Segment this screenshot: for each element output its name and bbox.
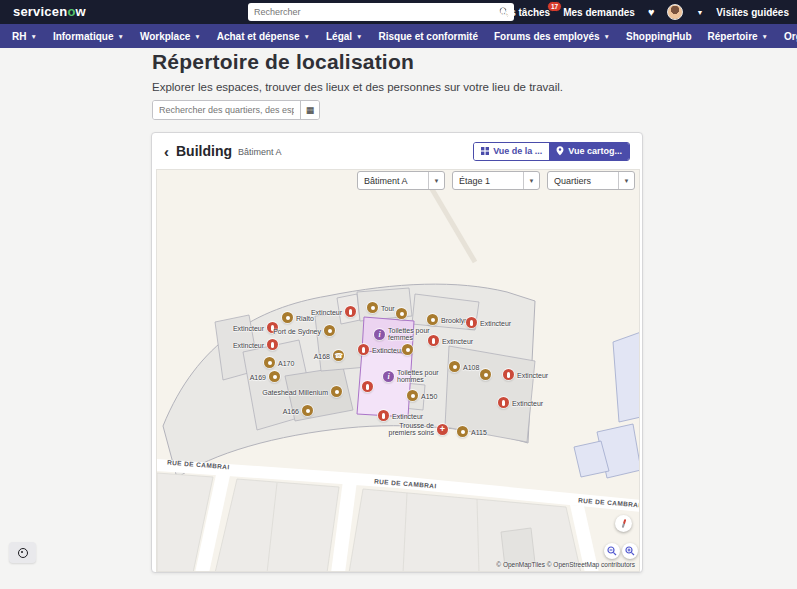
map-marker-label: A115 <box>471 428 487 435</box>
map-marker-amenity-icon[interactable]: A108 <box>449 361 460 372</box>
map-view-label: Vue cartog... <box>568 146 622 156</box>
favorites-heart-icon[interactable]: ♥ <box>648 7 655 18</box>
map-marker-info-icon[interactable]: Toilettes pour hommes <box>383 371 394 382</box>
map-marker-amenity-icon[interactable]: Tour <box>367 302 378 313</box>
location-search-group: ▦ <box>152 100 320 120</box>
map-marker-amenity-icon[interactable]: Port de Sydney <box>324 325 335 336</box>
floor-select[interactable]: Étage 1 ▼ <box>452 171 540 190</box>
menubar-item-shoppinghub[interactable]: ShoppingHub <box>618 24 700 48</box>
my-requests-label: Mes demandes <box>563 7 635 18</box>
page-subtitle: Explorer les espaces, trouver des lieux … <box>152 81 672 93</box>
menubar-item-label: Légal <box>326 31 352 42</box>
quarters-select-caret-icon[interactable]: ▼ <box>618 172 634 189</box>
my-requests-link[interactable]: Mes demandes <box>563 7 635 18</box>
hero-section: Répertoire de localisation Explorer les … <box>152 50 672 93</box>
building-card: ‹ Building Bâtiment A Vue de la ... Vue … <box>151 132 643 573</box>
map-canvas[interactable]: Bâtiment A ▼ Étage 1 ▼ Quartiers ▼ RUE D… <box>156 169 640 572</box>
servicenow-logo[interactable]: servicenow <box>13 4 86 19</box>
my-tasks-label: Mes tâches <box>496 7 550 18</box>
guided-tours-link[interactable]: Visites guidées <box>716 7 789 18</box>
logo-text: servicen <box>13 4 67 19</box>
map-marker-label: Trousse de premiers soins <box>388 422 434 437</box>
map-marker-info-icon[interactable]: Toilettes pour femmes <box>374 329 385 340</box>
profile-chevron-down-icon[interactable]: ▼ <box>696 9 703 16</box>
menubar-item-rh[interactable]: RH▼ <box>4 24 45 48</box>
map-marker-amenity-icon[interactable]: Rialto <box>282 312 293 323</box>
map-marker-extinguisher-icon[interactable]: Extincteur <box>498 397 509 408</box>
list-view-label: Vue de la ... <box>493 146 542 156</box>
tasks-count-badge: 17 <box>547 1 562 12</box>
menubar-item-label: Forums des employés <box>494 31 600 42</box>
language-selector[interactable]: Français <box>429 7 483 18</box>
my-tasks-link[interactable]: Mes tâches 17 <box>496 7 550 18</box>
menubar-item-l-gal[interactable]: Légal▼ <box>318 24 371 48</box>
compass-button[interactable] <box>615 515 632 532</box>
building-select[interactable]: Bâtiment A ▼ <box>357 171 445 190</box>
topbar-right: Français Mes tâches 17 Mes demandes ♥ ▼ … <box>429 0 789 24</box>
map-marker-phone-icon[interactable]: A168 <box>333 350 344 361</box>
building-select-value: Bâtiment A <box>358 176 428 186</box>
map-marker-extinguisher-icon[interactable]: Extincteur <box>345 306 356 317</box>
building-select-caret-icon[interactable]: ▼ <box>428 172 444 189</box>
map-marker-extinguisher-icon[interactable]: Extincteur <box>378 410 389 421</box>
map-marker-amenity-icon[interactable]: A166 <box>302 405 313 416</box>
map-marker-amenity-icon[interactable] <box>402 344 413 355</box>
chevron-down-icon: ▼ <box>604 33 610 40</box>
topbar: servicenow Français Mes tâches 17 Mes de… <box>0 0 797 24</box>
map-marker-firstaid-icon[interactable]: Trousse de premiers soins <box>437 424 448 435</box>
zoom-in-button[interactable] <box>622 543 638 559</box>
map-marker-extinguisher-icon[interactable] <box>362 381 373 392</box>
map-attribution[interactable]: © OpenMapTiles © OpenStreetMap contribut… <box>496 561 635 568</box>
menubar-item-label: Risque et conformité <box>379 31 478 42</box>
menubar-item-forums-des-employ-s[interactable]: Forums des employés▼ <box>486 24 618 48</box>
floor-select-value: Étage 1 <box>453 176 523 186</box>
map-marker-label: Extincteur <box>233 341 264 348</box>
list-view-toggle-button[interactable]: Vue de la ... <box>474 143 549 160</box>
quarters-select-value: Quartiers <box>548 176 618 186</box>
list-view-button[interactable]: ▦ <box>300 101 319 119</box>
avatar[interactable] <box>667 4 683 20</box>
back-chevron-icon[interactable]: ‹ <box>164 144 169 159</box>
map-marker-amenity-icon[interactable] <box>396 308 407 319</box>
menubar-item-r-pertoire[interactable]: Répertoire▼ <box>700 24 776 48</box>
map-marker-amenity-icon[interactable]: Brooklyn <box>427 314 438 325</box>
menubar-item-organigramme[interactable]: Organigramme <box>776 24 797 48</box>
menubar-item-workplace[interactable]: Workplace▼ <box>132 24 209 48</box>
map-marker-label: Extincteur <box>480 319 511 326</box>
map-marker-label: Extincteur <box>517 371 548 378</box>
chevron-down-icon: ▼ <box>762 33 768 40</box>
menubar-item-risque-et-conformit-[interactable]: Risque et conformité <box>371 24 486 48</box>
map-marker-amenity-icon[interactable]: A169 <box>269 371 280 382</box>
map-marker-amenity-icon[interactable]: A170 <box>264 357 275 368</box>
chevron-down-icon: ▼ <box>194 33 200 40</box>
map-marker-label: Port de Sydney <box>273 327 321 334</box>
map-marker-amenity-icon[interactable]: A150 <box>407 390 418 401</box>
map-marker-extinguisher-icon[interactable]: Extincteur <box>267 339 278 350</box>
map-marker-label: A168 <box>314 352 330 359</box>
map-marker-label: Extincteur <box>442 337 473 344</box>
cookie-settings-button[interactable] <box>9 542 36 563</box>
menubar-item-informatique[interactable]: Informatique▼ <box>45 24 132 48</box>
map-marker-amenity-icon[interactable] <box>480 369 491 380</box>
map-marker-extinguisher-icon[interactable]: Extincteur <box>428 335 439 346</box>
globe-icon <box>429 8 438 17</box>
menubar-item-achat-et-d-pense[interactable]: Achat et dépense▼ <box>209 24 318 48</box>
location-search-input[interactable] <box>153 101 300 119</box>
chevron-down-icon: ▼ <box>304 33 310 40</box>
map-marker-label: A108 <box>463 363 479 370</box>
map-marker-extinguisher-icon[interactable]: Extincteur <box>503 369 514 380</box>
map-marker-extinguisher-icon[interactable]: Extincteur <box>466 317 477 328</box>
map-marker-extinguisher-icon[interactable]: Extincteur <box>358 344 369 355</box>
menubar-item-label: Workplace <box>140 31 190 42</box>
cookie-settings-icon <box>18 548 28 558</box>
chevron-down-icon: ▼ <box>30 33 36 40</box>
map-marker-amenity-icon[interactable]: A115 <box>457 426 468 437</box>
quarters-select[interactable]: Quartiers ▼ <box>547 171 635 190</box>
map-marker-label: A169 <box>250 373 266 380</box>
zoom-out-button[interactable] <box>604 543 620 559</box>
language-label: Français <box>442 7 483 18</box>
map-marker-amenity-icon[interactable]: Gateshead Millenium <box>331 386 342 397</box>
map-view-toggle-button[interactable]: Vue cartog... <box>549 143 629 160</box>
grid-icon <box>481 147 489 155</box>
floor-select-caret-icon[interactable]: ▼ <box>523 172 539 189</box>
